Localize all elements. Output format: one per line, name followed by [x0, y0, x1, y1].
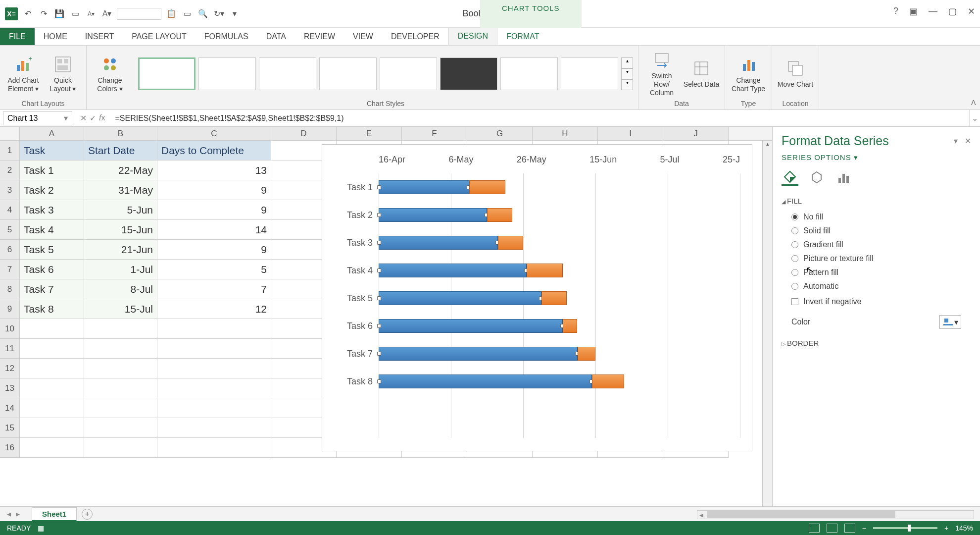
expand-formula-bar-button[interactable]: ⌄: [969, 110, 980, 126]
row-header-1[interactable]: 1: [0, 141, 20, 160]
zoom-slider[interactable]: [873, 527, 937, 529]
quick-layout-button[interactable]: Quick Layout ▾: [45, 54, 81, 93]
tab-formulas[interactable]: FORMULAS: [196, 28, 257, 45]
row-header-8[interactable]: 8: [0, 279, 20, 299]
row-header-7[interactable]: 7: [0, 260, 20, 279]
col-header-H[interactable]: H: [533, 127, 598, 140]
fill-option-solid-fill[interactable]: Solid fill: [782, 224, 971, 238]
change-chart-type-button[interactable]: Change Chart Type: [730, 54, 767, 93]
horizontal-scrollbar[interactable]: ◂: [697, 510, 974, 519]
col-header-I[interactable]: I: [598, 127, 663, 140]
zoom-in-button[interactable]: +: [944, 524, 948, 532]
cell-C9[interactable]: 12: [157, 299, 271, 319]
bar-segment-start[interactable]: [379, 180, 469, 194]
bar-segment-duration[interactable]: [469, 180, 505, 194]
chart-style-7[interactable]: [500, 57, 558, 90]
cell-A8[interactable]: Task 7: [20, 279, 84, 299]
tab-home[interactable]: HOME: [35, 28, 76, 45]
pane-menu-button[interactable]: ▾: [954, 136, 958, 146]
row-header-3[interactable]: 3: [0, 180, 20, 200]
cell-B10[interactable]: [84, 319, 157, 339]
row-header-9[interactable]: 9: [0, 299, 20, 319]
qat-button-3[interactable]: ▭: [181, 8, 193, 20]
chart-style-3[interactable]: [259, 57, 316, 90]
bar-segment-start[interactable]: [379, 236, 498, 250]
vertical-scrollbar[interactable]: ▴: [762, 141, 772, 506]
qat-dropdown[interactable]: [117, 8, 161, 20]
cell-C14[interactable]: [157, 398, 271, 418]
worksheet-grid[interactable]: A B C D E F G H I J 1TaskStart DateDays …: [0, 127, 772, 506]
cell-C13[interactable]: [157, 378, 271, 398]
normal-view-button[interactable]: [809, 524, 820, 533]
cell-A9[interactable]: Task 8: [20, 299, 84, 319]
chart-style-8[interactable]: [561, 57, 618, 90]
cell-C12[interactable]: [157, 359, 271, 378]
series-options-dropdown[interactable]: SERIES OPTIONS ▾: [782, 153, 971, 162]
ribbon-display-button[interactable]: ▣: [909, 6, 918, 17]
row-header-16[interactable]: 16: [0, 438, 20, 458]
cell-C10[interactable]: [157, 319, 271, 339]
bar-segment-duration[interactable]: [541, 291, 567, 305]
cell-C4[interactable]: 9: [157, 200, 271, 220]
col-header-D[interactable]: D: [271, 127, 337, 140]
col-header-A[interactable]: A: [20, 127, 84, 140]
fill-option-picture-or-texture-fill[interactable]: Picture or texture fill: [782, 252, 971, 266]
cell-B8[interactable]: 8-Jul: [84, 279, 157, 299]
cell-C2[interactable]: 13: [157, 160, 271, 180]
col-header-G[interactable]: G: [467, 127, 533, 140]
tab-format[interactable]: FORMAT: [497, 28, 548, 45]
enter-formula-button[interactable]: ✓: [90, 113, 96, 123]
cell-B7[interactable]: 1-Jul: [84, 260, 157, 279]
row-header-15[interactable]: 15: [0, 418, 20, 438]
move-chart-button[interactable]: Move Chart: [777, 58, 814, 89]
cell-B4[interactable]: 5-Jun: [84, 200, 157, 220]
bar-segment-duration[interactable]: [487, 208, 512, 222]
add-sheet-button[interactable]: +: [82, 509, 93, 520]
qat-button[interactable]: ▭: [69, 8, 81, 20]
cell-A7[interactable]: Task 6: [20, 260, 84, 279]
font-inc-button[interactable]: A▾: [101, 8, 113, 20]
col-header-E[interactable]: E: [337, 127, 402, 140]
cell-B14[interactable]: [84, 398, 157, 418]
cell-C3[interactable]: 9: [157, 180, 271, 200]
bar-segment-start[interactable]: [379, 264, 527, 277]
page-layout-view-button[interactable]: [827, 524, 837, 533]
fx-button[interactable]: fx: [99, 113, 105, 123]
scroll-up-button[interactable]: ▴: [763, 141, 772, 151]
row-header-4[interactable]: 4: [0, 200, 20, 220]
qat-button-5[interactable]: ↻▾: [213, 8, 225, 20]
tab-page-layout[interactable]: PAGE LAYOUT: [123, 28, 196, 45]
cell-B3[interactable]: 31-May: [84, 180, 157, 200]
tab-insert[interactable]: INSERT: [76, 28, 123, 45]
cell-C1[interactable]: Days to Complete: [157, 141, 271, 160]
invert-if-negative-checkbox[interactable]: Invert if negative: [782, 293, 971, 310]
cell-A3[interactable]: Task 2: [20, 180, 84, 200]
cell-C8[interactable]: 7: [157, 279, 271, 299]
zoom-level[interactable]: 145%: [955, 524, 973, 532]
select-data-button[interactable]: Select Data: [683, 58, 720, 89]
sheet-nav-next[interactable]: ▸: [16, 509, 20, 519]
cell-C7[interactable]: 5: [157, 260, 271, 279]
page-break-view-button[interactable]: [844, 524, 855, 533]
row-header-6[interactable]: 6: [0, 240, 20, 260]
tab-data[interactable]: DATA: [257, 28, 295, 45]
cell-B16[interactable]: [84, 438, 157, 458]
bar-segment-start[interactable]: [379, 347, 578, 361]
cell-B15[interactable]: [84, 418, 157, 438]
formula-input[interactable]: =SERIES(Sheet1!$B$1,Sheet1!$A$2:$A$9,She…: [110, 114, 969, 123]
chart-style-5[interactable]: [380, 57, 437, 90]
series-options-icon[interactable]: [835, 169, 852, 186]
cell-A10[interactable]: [20, 319, 84, 339]
cell-B2[interactable]: 22-May: [84, 160, 157, 180]
tab-review[interactable]: REVIEW: [295, 28, 344, 45]
cell-A14[interactable]: [20, 398, 84, 418]
bar-segment-duration[interactable]: [563, 319, 577, 333]
fill-option-pattern-fill[interactable]: Pattern fill: [782, 266, 971, 279]
cell-C16[interactable]: [157, 438, 271, 458]
select-all-corner[interactable]: [0, 127, 20, 140]
change-colors-button[interactable]: Change Colors ▾: [92, 54, 128, 93]
bar-segment-start[interactable]: [379, 291, 541, 305]
undo-button[interactable]: ↶: [22, 8, 34, 20]
tab-view[interactable]: VIEW: [344, 28, 382, 45]
row-header-2[interactable]: 2: [0, 160, 20, 180]
